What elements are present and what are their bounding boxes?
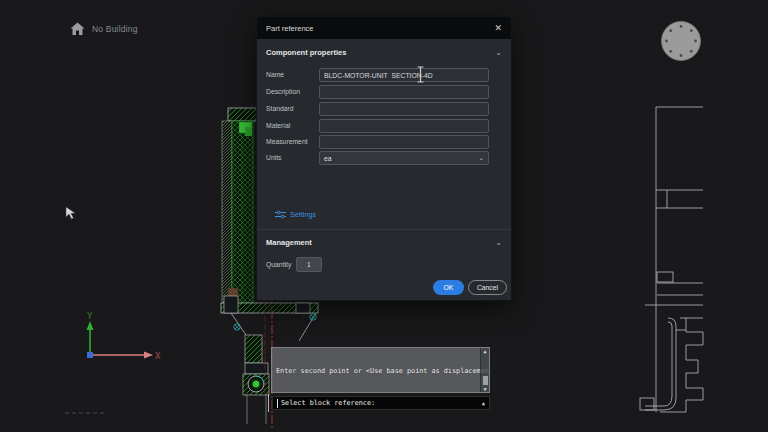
chevron-down-icon[interactable]: ⌄ — [495, 238, 502, 247]
field-row-standard: Standard — [257, 102, 511, 116]
standard-input[interactable] — [319, 102, 489, 116]
ok-button[interactable]: OK — [433, 280, 464, 295]
chevron-down-icon[interactable]: ⌄ — [495, 48, 502, 57]
text-cursor-icon — [416, 66, 425, 83]
ucs-icon: Y X — [87, 311, 162, 361]
command-history-line: : — [276, 391, 477, 393]
dialog-title: Part reference — [266, 24, 314, 33]
field-row-description: Description — [257, 85, 511, 99]
field-label: Measurement — [266, 135, 308, 149]
command-scrollbar[interactable]: ▲ ▼ — [480, 348, 489, 392]
field-label: Material — [266, 119, 290, 133]
quantity-input[interactable] — [296, 257, 322, 272]
field-row-units: Units ea ⌄ — [257, 151, 511, 165]
units-dropdown[interactable]: ea ⌄ — [319, 151, 489, 165]
sliders-icon — [275, 210, 286, 219]
scroll-down-icon[interactable]: ▼ — [483, 386, 486, 392]
units-value: ea — [324, 155, 332, 162]
measurement-input[interactable] — [319, 135, 489, 149]
field-label: Description — [266, 85, 300, 99]
dialog-titlebar[interactable]: Part reference ✕ — [257, 17, 511, 39]
ucs-y-label: Y — [87, 311, 93, 321]
cancel-button[interactable]: Cancel — [468, 280, 507, 295]
chevron-down-icon: ⌄ — [478, 154, 484, 162]
settings-label: Settings — [290, 210, 316, 219]
command-history-panel[interactable]: Enter second point or <Use base point as… — [271, 347, 490, 393]
command-history-line: Enter second point or <Use base point as… — [276, 367, 477, 375]
field-label: Standard — [266, 102, 294, 116]
settings-link[interactable]: Settings — [275, 210, 316, 219]
part-reference-dialog: Part reference ✕ Component properties ⌄ … — [256, 16, 512, 301]
command-input-bar[interactable]: Select block reference: ▲ — [272, 396, 490, 410]
scroll-up-icon[interactable]: ▲ — [483, 348, 486, 354]
right-profile-drawing — [640, 107, 703, 412]
section-component-properties[interactable]: Component properties ⌄ — [257, 45, 511, 59]
command-expand-icon[interactable]: ▲ — [482, 400, 485, 406]
scrollbar-thumb[interactable] — [483, 376, 488, 385]
command-prompt: Select block reference: — [281, 399, 375, 407]
name-input[interactable] — [319, 68, 489, 82]
close-icon[interactable]: ✕ — [494, 17, 502, 39]
field-label: Units — [266, 151, 282, 165]
flange-circle — [662, 22, 701, 61]
field-row-name: Name — [257, 68, 511, 82]
field-row-material: Material — [257, 119, 511, 133]
ucs-x-label: X — [155, 351, 161, 361]
description-input[interactable] — [319, 85, 489, 99]
mouse-cursor — [66, 207, 75, 219]
section-management[interactable]: Management ⌄ — [257, 235, 511, 249]
field-label: Name — [266, 68, 284, 82]
field-row-measurement: Measurement — [257, 135, 511, 149]
app-window: Y X No Building Enter second point or <U… — [0, 0, 768, 432]
material-input[interactable] — [319, 119, 489, 133]
divider — [257, 229, 511, 230]
quantity-label: Quantity — [266, 257, 291, 272]
command-caret — [277, 399, 278, 408]
